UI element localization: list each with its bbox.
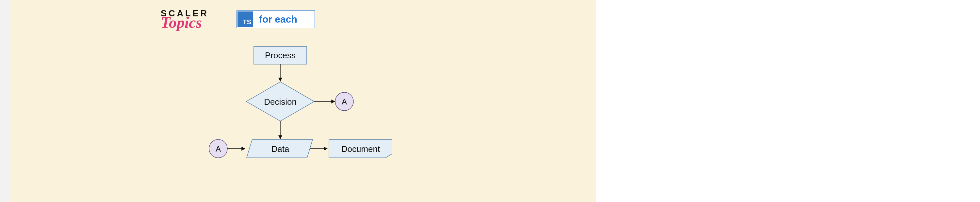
- decision-node: Decision: [246, 82, 314, 121]
- connector-left-node: A: [209, 139, 228, 158]
- process-node: Process: [254, 46, 307, 64]
- connector-left-label: A: [216, 144, 221, 153]
- process-label: Process: [265, 50, 296, 60]
- connector-right-label: A: [342, 97, 347, 106]
- decision-label: Decision: [264, 97, 297, 107]
- content-panel: SCALER Topics TS for each Process: [10, 0, 596, 202]
- connector-right-node: A: [335, 92, 353, 111]
- data-node: Data: [247, 139, 313, 158]
- page-root: SCALER Topics TS for each Process: [0, 0, 980, 202]
- flowchart-diagram: Process Decision A A: [10, 0, 596, 202]
- data-label: Data: [272, 144, 290, 154]
- document-node: Document: [329, 139, 392, 158]
- document-label: Document: [341, 144, 380, 154]
- left-gutter: [0, 0, 10, 202]
